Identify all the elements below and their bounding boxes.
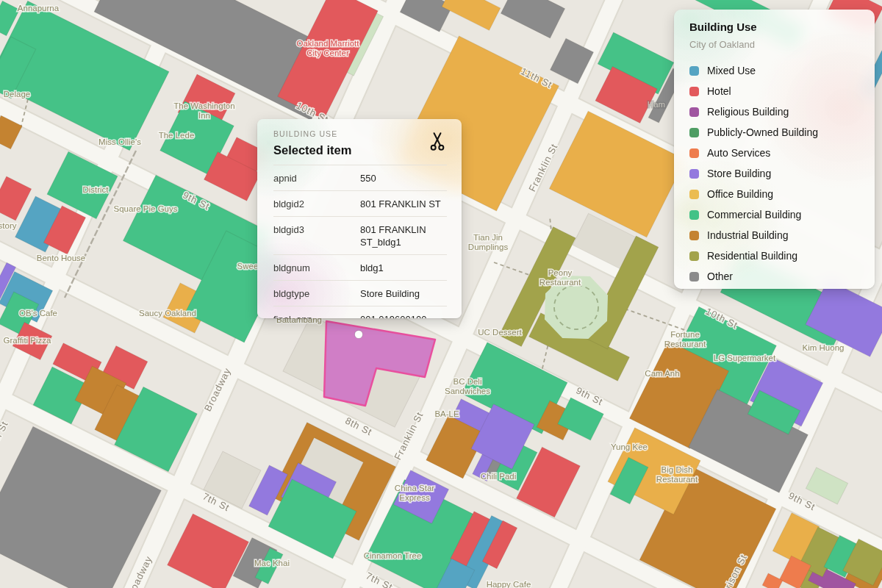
attribute-value: 550 (360, 172, 447, 184)
legend-panel: Building Use City of Oakland Mixed UseHo… (674, 10, 875, 289)
attribute-value: 801 FRANKLIN ST (360, 198, 447, 210)
attribute-key: bldgtype (273, 287, 360, 300)
legend-item-label: Office Building (707, 188, 773, 200)
legend-item-hotel[interactable]: Hotel (689, 81, 860, 101)
legend-item-label: Store Building (707, 168, 771, 179)
legend-swatch (689, 107, 699, 117)
poi-label-ob-s-cafe: OB's Cafe (19, 309, 57, 318)
legend-item-label: Hotel (707, 85, 731, 97)
attribute-value: 001 019600100 (360, 313, 447, 318)
poi-label-lg-supermarket: LG Supermarket (714, 354, 776, 362)
poi-label-happy-cafe: Happy Cafe (487, 580, 531, 588)
poi-label-mac-khai: Mac Khai (254, 559, 290, 567)
poi-label-ba-le: BA-LE (434, 409, 459, 418)
legend-swatch (689, 251, 699, 261)
popup-row-bldgid2: bldgid2801 FRANKLIN ST (273, 190, 447, 216)
legend-swatch (689, 87, 699, 96)
attribute-value: bldg1 (360, 262, 447, 274)
legend-item-store-building[interactable]: Store Building (689, 163, 860, 184)
legend-swatch (689, 210, 699, 220)
legend-item-label: Residential Building (707, 250, 797, 262)
attribute-key: bldgnum (273, 262, 360, 274)
legend-item-label: Other (707, 270, 733, 282)
selected-marker-dot[interactable] (355, 331, 363, 339)
legend-item-religious-building[interactable]: Religious Building (689, 101, 860, 122)
popup-row-final_apn: final_apn001 019600100 (273, 306, 447, 318)
legend-swatch (689, 169, 699, 179)
legend-swatch (689, 272, 699, 282)
legend-item-auto-services[interactable]: Auto Services (689, 143, 860, 163)
legend-item-residential-building[interactable]: Residential Building (689, 245, 860, 266)
selected-item-popup: BUILDING USE Selected item ap (257, 119, 462, 318)
attribute-key: bldgid2 (273, 198, 360, 210)
poi-label-china-star-express: China StarExpress (395, 484, 435, 502)
poi-label-cinnamon-tree: Cinnamon Tree (364, 551, 422, 560)
poi-label-tian-jin-dumplings: Tian JinDumplings (468, 233, 509, 251)
poi-label-bento-house: Bento House (37, 254, 86, 262)
attribute-value: Store Building (360, 287, 447, 300)
popup-row-bldgnum: bldgnumbldg1 (273, 254, 447, 280)
legend-item-mixed-use[interactable]: Mixed Use (689, 60, 860, 81)
popup-row-apnid: apnid550 (273, 165, 447, 190)
poi-label-uc-dessert: UC Dessert (478, 328, 522, 337)
poi-label-district: District (82, 185, 109, 194)
popup-row-bldgid3: bldgid3801 FRANKLIN ST_bldg1 (273, 216, 447, 254)
legend-item-commercial-building[interactable]: Commercial Building (689, 204, 860, 225)
attribute-value: 801 FRANKLIN ST_bldg1 (360, 223, 447, 248)
poi-label-chili-padi: Chili Padi (481, 472, 517, 481)
poi-label-saucy-oakland: Saucy Oakland (139, 309, 196, 318)
legend-items: Mixed UseHotelReligious BuildingPublicly… (689, 60, 860, 287)
poi-label-swee: Swee (237, 262, 259, 270)
poi-label-square-pie-guys: Square Pie Guys (114, 204, 178, 213)
poi-label-graffiti-pizza: Graffiti Pizza (4, 336, 52, 345)
legend-swatch (689, 128, 699, 137)
poi-label-story: story (0, 221, 17, 230)
legend-item-label: Industrial Building (707, 229, 789, 241)
poi-label-delage: Delage (4, 90, 30, 98)
scissors-icon[interactable] (426, 128, 448, 153)
popup-layer-name: BUILDING USE (273, 129, 351, 138)
legend-swatch (689, 231, 699, 240)
legend-item-other[interactable]: Other (689, 266, 860, 287)
popup-attribute-rows: apnid550bldgid2801 FRANKLIN STbldgid3801… (273, 165, 447, 318)
poi-label-kim-huong: Kim Huong (803, 343, 845, 352)
legend-title: Building Use (689, 21, 860, 33)
legend-item-office-building[interactable]: Office Building (689, 184, 860, 204)
attribute-key: final_apn (273, 313, 360, 318)
poi-label-the-lede: The Lede (159, 131, 195, 140)
legend-item-label: Auto Services (707, 147, 770, 159)
attribute-key: bldgid3 (273, 223, 360, 248)
legend-swatch (689, 190, 699, 199)
legend-swatch (689, 148, 699, 158)
legend-item-publicly-owned-building[interactable]: Publicly-Owned Building (689, 122, 860, 143)
attribute-key: apnid (273, 172, 360, 184)
poi-label-yung-kee: Yung Kee (611, 442, 648, 451)
legend-item-label: Publicly-Owned Building (707, 126, 818, 138)
legend-subtitle: City of Oakland (689, 39, 860, 50)
poi-label-miss-ollie-s: Miss Ollie's (98, 137, 141, 146)
legend-item-label: Religious Building (707, 106, 789, 118)
poi-label-big-dish-restaurant: Big DishRestaurant (656, 465, 698, 484)
popup-title: Selected item (273, 143, 351, 157)
legend-item-label: Mixed Use (707, 65, 756, 76)
legend-item-industrial-building[interactable]: Industrial Building (689, 225, 860, 245)
popup-row-bldgtype: bldgtypeStore Building (273, 280, 447, 306)
poi-label-cam-anh: Cam Anh (645, 369, 679, 378)
poi-label-annapurna: Annapurna (18, 4, 60, 12)
map-stage: 11th St10th St10th St9th St9th St9th St8… (0, 0, 882, 588)
poi-label-ham: Ham (648, 100, 665, 109)
legend-item-label: Commercial Building (707, 209, 801, 220)
scissors-icon-glyph (428, 129, 447, 151)
legend-swatch (689, 66, 699, 76)
